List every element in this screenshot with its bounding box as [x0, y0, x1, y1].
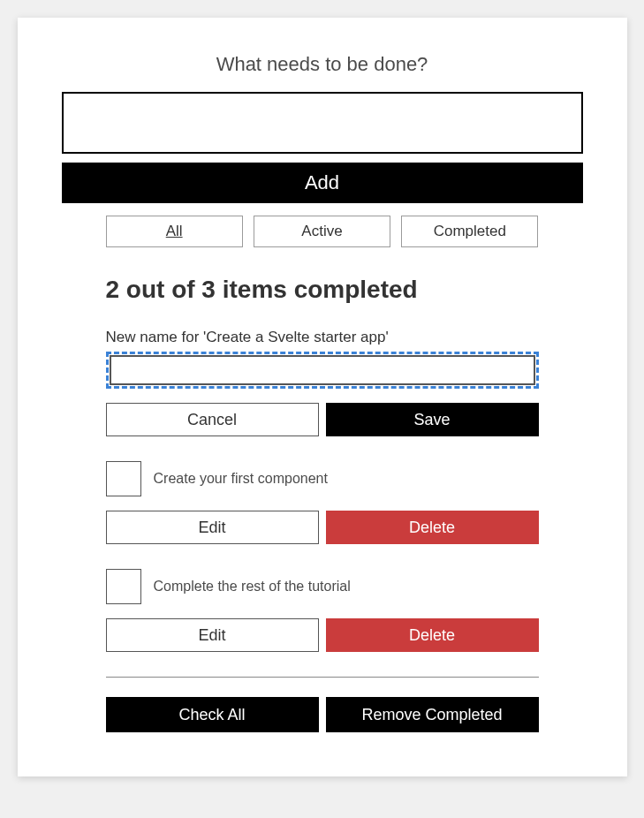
edit-input-focus-ring: [106, 352, 539, 389]
todo-app: What needs to be done? Add All Active Co…: [18, 18, 627, 776]
edit-todo-input[interactable]: [110, 355, 535, 385]
status-heading: 2 out of 3 items completed: [106, 276, 539, 304]
delete-button[interactable]: Delete: [326, 511, 539, 544]
edit-todo-label: New name for 'Create a Svelte starter ap…: [106, 329, 539, 346]
todo-item: Create your first component Edit Delete: [106, 461, 539, 544]
todo-row: Complete the rest of the tutorial: [106, 569, 539, 604]
todo-row: Create your first component: [106, 461, 539, 496]
todo-label: Complete the rest of the tutorial: [154, 579, 351, 595]
add-button[interactable]: Add: [62, 163, 583, 203]
divider: [106, 677, 539, 678]
todo-actions: Edit Delete: [106, 618, 539, 652]
edit-button[interactable]: Edit: [106, 511, 319, 544]
edit-button[interactable]: Edit: [106, 618, 319, 652]
filter-active[interactable]: Active: [254, 216, 390, 247]
new-todo-input[interactable]: [62, 92, 583, 154]
save-button[interactable]: Save: [326, 403, 539, 436]
todo-label: Create your first component: [154, 471, 328, 487]
todo-edit-form: New name for 'Create a Svelte starter ap…: [106, 329, 539, 436]
todo-item: Complete the rest of the tutorial Edit D…: [106, 569, 539, 652]
remove-completed-button[interactable]: Remove Completed: [326, 697, 539, 732]
todo-checkbox[interactable]: [106, 569, 141, 604]
check-all-button[interactable]: Check All: [106, 697, 319, 732]
delete-button[interactable]: Delete: [326, 618, 539, 652]
content-area: All Active Completed 2 out of 3 items co…: [62, 216, 583, 732]
filter-completed[interactable]: Completed: [401, 216, 538, 247]
filter-bar: All Active Completed: [106, 216, 539, 247]
todo-actions: Edit Delete: [106, 511, 539, 544]
cancel-button[interactable]: Cancel: [106, 403, 319, 436]
new-todo-form: What needs to be done? Add: [62, 53, 583, 203]
new-todo-label: What needs to be done?: [62, 53, 583, 76]
edit-buttons: Cancel Save: [106, 403, 539, 436]
footer-actions: Check All Remove Completed: [106, 697, 539, 732]
filter-all[interactable]: All: [106, 216, 243, 247]
todo-checkbox[interactable]: [106, 461, 141, 496]
